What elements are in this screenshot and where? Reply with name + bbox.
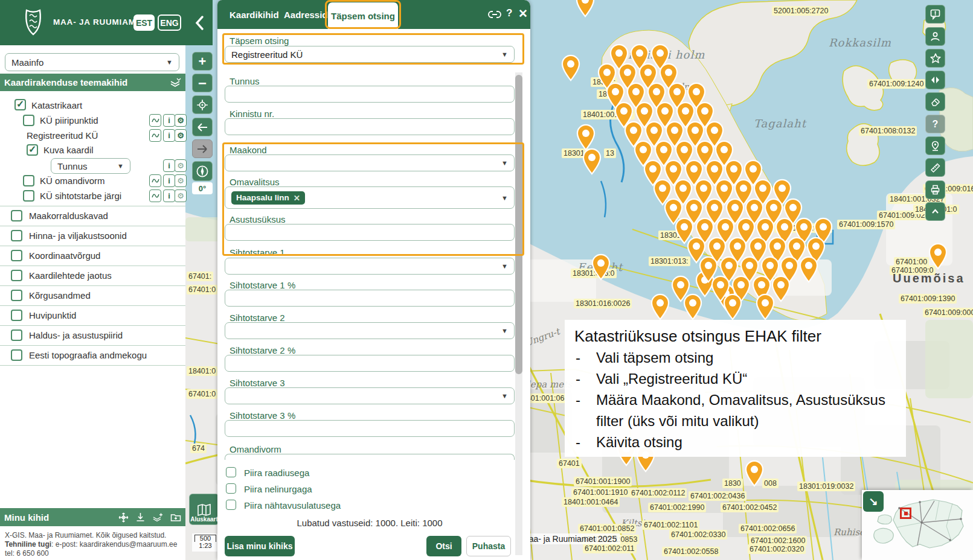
- checkbox[interactable]: [11, 329, 22, 341]
- map-marker-icon[interactable]: [682, 293, 703, 320]
- settings-button[interactable]: ⚙: [175, 189, 187, 202]
- limit-radius-label[interactable]: Piira raadiusega: [244, 468, 309, 478]
- layer-ku-sihtotstarbe[interactable]: KÜ sihtotstarbe järgi: [40, 191, 121, 201]
- search-type-select[interactable]: Registreeritud KÜ ▼: [225, 46, 515, 63]
- add-layer-icon[interactable]: [152, 512, 163, 522]
- settings-button[interactable]: ⚙: [175, 114, 187, 127]
- maakond-select[interactable]: ▼: [225, 154, 515, 171]
- layer-ku-omandivorm[interactable]: KÜ omandivorm: [40, 176, 105, 186]
- tab-aadressid[interactable]: Aadressid: [284, 0, 328, 29]
- print-button[interactable]: [925, 180, 945, 199]
- limit-visible-label[interactable]: Piira nähtavusulatusega: [244, 500, 341, 511]
- map-marker-icon[interactable]: [798, 256, 819, 283]
- checkbox[interactable]: [11, 270, 22, 281]
- checkbox[interactable]: [23, 190, 34, 202]
- limit-rect-label[interactable]: Piira nelinurgaga: [244, 484, 312, 494]
- compass-button[interactable]: [192, 161, 213, 181]
- checkbox[interactable]: [226, 467, 236, 477]
- history-forward-button[interactable]: [192, 139, 213, 158]
- user-button[interactable]: [925, 27, 945, 46]
- panel-close-icon[interactable]: ✕: [518, 7, 528, 21]
- map-marker-icon[interactable]: [928, 243, 948, 270]
- checkbox[interactable]: [11, 310, 22, 321]
- checkbox[interactable]: [11, 290, 22, 301]
- sihtotstarve3-select[interactable]: ▼: [225, 387, 515, 404]
- layer-katastrikaart[interactable]: Katastrikaart: [31, 100, 82, 110]
- selected-chip[interactable]: Haapsalu linn ✕: [231, 191, 305, 205]
- checkbox[interactable]: [226, 483, 236, 494]
- move-icon[interactable]: [118, 512, 129, 523]
- help-button[interactable]: ?: [925, 115, 945, 133]
- tunnus-select[interactable]: Tunnus ▼: [51, 158, 130, 174]
- omavalitsus-select[interactable]: Haapsalu linn ✕ ▼: [225, 186, 515, 209]
- minimap-collapse-button[interactable]: ↘: [863, 491, 884, 512]
- measure-button[interactable]: [925, 158, 945, 177]
- sidebar-group-row[interactable]: Eesti topograafia andmekogu: [0, 346, 185, 366]
- sidebar-collapse-button[interactable]: [185, 0, 213, 45]
- sihtotstarve1-select[interactable]: ▼: [225, 258, 515, 275]
- checkbox[interactable]: [11, 349, 22, 361]
- permalink-icon[interactable]: [488, 10, 501, 19]
- marker-button[interactable]: [925, 136, 945, 155]
- clear-button[interactable]: Puhasta: [466, 536, 511, 556]
- map-marker-icon[interactable]: [722, 293, 743, 320]
- search-button[interactable]: Otsi: [426, 536, 461, 556]
- checkbox[interactable]: [226, 500, 236, 510]
- map-marker-icon[interactable]: [650, 293, 670, 320]
- basemap-button[interactable]: Aluskaart: [189, 494, 219, 525]
- lang-eng-button[interactable]: ENG: [158, 14, 181, 31]
- checkbox[interactable]: [11, 210, 22, 221]
- zoom-in-button[interactable]: +: [192, 52, 213, 71]
- maainfo-select[interactable]: Maainfo ▼: [5, 53, 179, 71]
- locate-button[interactable]: [192, 95, 213, 114]
- checkbox[interactable]: [27, 144, 38, 156]
- map-marker-icon[interactable]: [591, 253, 611, 281]
- sidebar-group-row[interactable]: Haldus- ja asustuspiirid: [0, 326, 185, 346]
- toolbar-collapse-button[interactable]: [925, 202, 945, 221]
- checkbox[interactable]: [14, 99, 26, 110]
- favorites-button[interactable]: [925, 49, 945, 68]
- tunnus-input[interactable]: [225, 86, 515, 103]
- info-button[interactable]: i: [163, 114, 175, 127]
- kinnistu-input[interactable]: [225, 118, 515, 135]
- panel-help-icon[interactable]: ?: [506, 7, 512, 19]
- sidebar-group-row[interactable]: Kõrgusandmed: [0, 286, 185, 306]
- info-button[interactable]: i: [163, 189, 175, 202]
- map-marker-icon[interactable]: [582, 148, 602, 175]
- sidebar-group-row[interactable]: Koordinaatvõrgud: [0, 246, 185, 266]
- settings-button[interactable]: ⚙: [175, 159, 187, 172]
- add-folder-icon[interactable]: [170, 513, 181, 522]
- checkbox[interactable]: [23, 115, 34, 126]
- settings-button[interactable]: ⚙: [175, 174, 187, 187]
- feedback-button[interactable]: [925, 5, 945, 24]
- legend-button[interactable]: [149, 129, 161, 142]
- map-marker-icon[interactable]: [575, 0, 596, 18]
- sihtotstarve3pct-input[interactable]: [225, 420, 515, 437]
- info-button[interactable]: i: [163, 174, 175, 187]
- history-back-button[interactable]: [192, 118, 213, 136]
- map-marker-icon[interactable]: [576, 124, 596, 151]
- chip-remove-icon[interactable]: ✕: [294, 193, 300, 203]
- checkbox[interactable]: [11, 250, 22, 261]
- tab-tapsem-otsing[interactable]: Täpsem otsing: [328, 2, 398, 29]
- zoom-out-button[interactable]: −: [192, 74, 213, 92]
- omandivorm-select[interactable]: [225, 454, 515, 460]
- tab-kaardikihid[interactable]: Kaardikihid: [230, 0, 279, 29]
- eraser-button[interactable]: [925, 92, 945, 111]
- lang-est-button[interactable]: EST: [133, 14, 155, 31]
- layer-kuva-kaardil[interactable]: Kuva kaardil: [43, 145, 94, 155]
- legend-button[interactable]: [149, 189, 161, 202]
- download-icon[interactable]: [136, 512, 145, 522]
- sihtotstarve2pct-input[interactable]: [225, 355, 515, 372]
- layers-collapse-icon[interactable]: [169, 77, 181, 88]
- map-marker-icon[interactable]: [744, 460, 765, 487]
- layer-ku-piiripunktid[interactable]: KÜ piiripunktid: [40, 115, 98, 126]
- sidebar-group-row[interactable]: Huvipunktid: [0, 306, 185, 326]
- info-button[interactable]: i: [163, 129, 175, 142]
- legend-button[interactable]: [149, 174, 161, 187]
- checkbox[interactable]: [23, 175, 34, 186]
- panel-scrollbar-thumb[interactable]: [515, 75, 522, 374]
- sidebar-group-row[interactable]: Kaardilehtede jaotus: [0, 266, 185, 286]
- legend-button[interactable]: [149, 114, 161, 127]
- map-marker-icon[interactable]: [755, 293, 776, 320]
